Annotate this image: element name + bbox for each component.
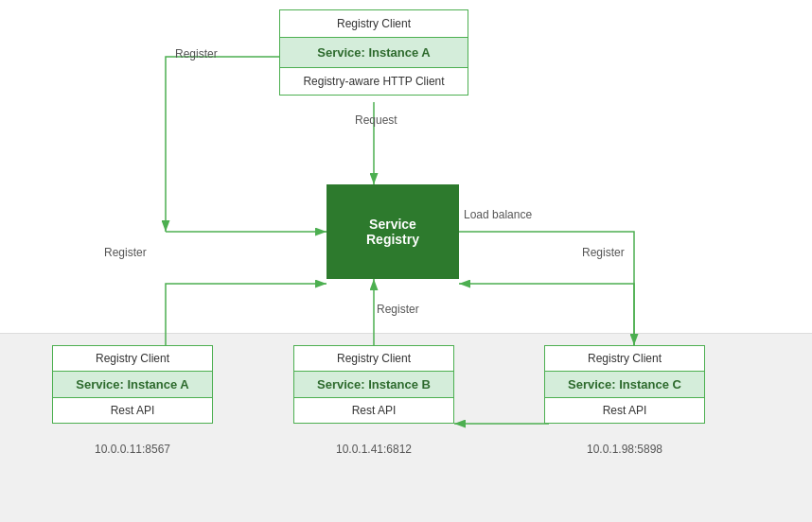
instance-b-registry-client: Registry Client (294, 346, 453, 372)
instance-a-box: Registry Client Service: Instance A Rest… (52, 345, 213, 424)
request-label: Request (355, 113, 397, 127)
instance-c-box: Registry Client Service: Instance C Rest… (544, 345, 705, 424)
top-service-box: Registry Client Service: Instance A Regi… (279, 9, 468, 96)
top-box-http-client: Registry-aware HTTP Client (280, 68, 468, 95)
diagram-container: Registry Client Service: Instance A Regi… (0, 0, 812, 522)
instance-c-api: Rest API (545, 398, 704, 423)
register-right-label: Register (582, 246, 625, 259)
instance-b-ip: 10.0.1.41:6812 (293, 443, 454, 456)
instance-c-ip: 10.0.1.98:5898 (544, 443, 705, 456)
instance-c-registry-client: Registry Client (545, 346, 704, 372)
instance-a-service: Service: Instance A (53, 372, 212, 398)
instance-a-ip: 10.0.0.11:8567 (52, 443, 213, 456)
instance-c-service: Service: Instance C (545, 372, 704, 398)
registry-label: ServiceRegistry (366, 217, 419, 247)
register-left-label: Register (175, 47, 218, 61)
register-bottom-center-label: Register (377, 303, 419, 316)
register-bottom-left-label: Register (104, 246, 147, 259)
instance-a-registry-client: Registry Client (53, 346, 212, 372)
top-box-registry-client: Registry Client (280, 10, 468, 38)
top-box-service-instance: Service: Instance A (280, 38, 468, 68)
registry-box: ServiceRegistry (327, 184, 459, 279)
instance-b-box: Registry Client Service: Instance B Rest… (293, 345, 454, 424)
instance-b-service: Service: Instance B (294, 372, 453, 398)
instance-a-api: Rest API (53, 398, 212, 423)
load-balance-label: Load balance (464, 208, 532, 221)
instance-b-api: Rest API (294, 398, 453, 423)
